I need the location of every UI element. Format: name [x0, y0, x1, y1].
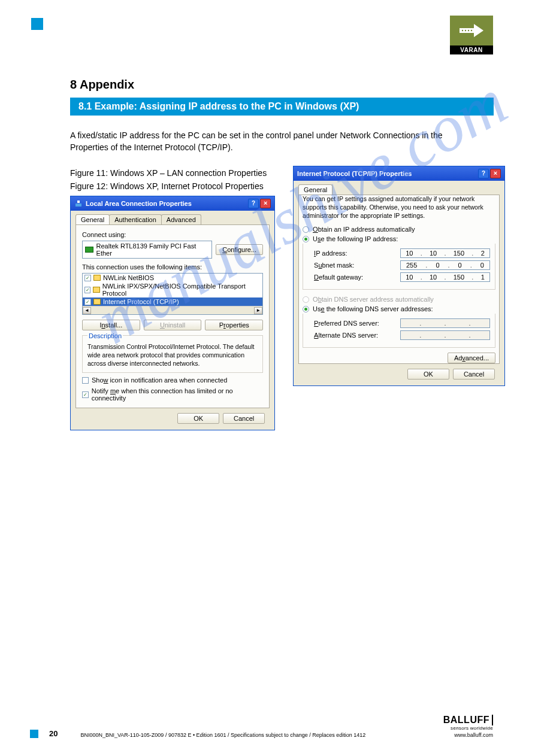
- radio-auto-dns-label: Obtain DNS server address automatically: [313, 296, 434, 303]
- footer-info: BNI000N_BNI_VAR-110-105-Z009 / 907832 E …: [80, 732, 443, 738]
- tab-general[interactable]: General: [75, 214, 110, 224]
- ok-button[interactable]: OK: [407, 369, 449, 379]
- items-listbox[interactable]: ✓NWLink NetBIOS ✓NWLink IPX/SPX/NetBIOS …: [82, 273, 263, 315]
- svg-point-1: [465, 30, 466, 31]
- connect-using-label: Connect using:: [82, 231, 263, 238]
- tab-advanced[interactable]: Advanced: [161, 214, 201, 224]
- help-button[interactable]: ?: [478, 169, 489, 178]
- network-icon: [74, 199, 83, 208]
- radio-auto-dns: [303, 296, 309, 303]
- balluff-url: www.balluff.com: [443, 732, 493, 738]
- install-button[interactable]: Install...: [82, 320, 140, 330]
- footer-accent-square: [30, 730, 38, 738]
- radio-use-ip-label: Use the following IP address:: [313, 235, 398, 242]
- properties-button[interactable]: Properties: [205, 320, 263, 330]
- balluff-logo: BALLUFF: [443, 715, 493, 725]
- scroll-left-arrow[interactable]: ◄: [83, 307, 91, 314]
- protocol-icon: [93, 299, 101, 305]
- tab-general[interactable]: General: [298, 184, 333, 195]
- list-item-selected[interactable]: ✓Internet Protocol (TCP/IP): [83, 297, 262, 306]
- dialog2-title: Internet Protocol (TCP/IP) Properties: [297, 170, 412, 177]
- close-button[interactable]: ×: [490, 169, 501, 178]
- dialog1-title: Local Area Connection Properties: [86, 200, 192, 207]
- ip-address-input[interactable]: 10.10.150.2: [400, 248, 490, 258]
- radio-auto-ip[interactable]: [303, 226, 309, 233]
- ip-address-label: IP address:: [314, 250, 347, 257]
- svg-point-3: [471, 30, 472, 31]
- section-heading: 8 Appendix: [70, 78, 505, 92]
- tcpip-properties-dialog: Internet Protocol (TCP/IP) Properties ? …: [293, 166, 505, 386]
- subsection-bar: 8.1 Example: Assigning IP address to the…: [70, 98, 494, 116]
- description-legend: Description: [87, 332, 123, 339]
- gateway-label: Default gateway:: [314, 274, 363, 281]
- ok-button[interactable]: OK: [177, 413, 219, 424]
- help-button[interactable]: ?: [248, 199, 259, 208]
- cancel-button[interactable]: Cancel: [223, 413, 265, 424]
- show-icon-checkbox[interactable]: [82, 377, 89, 384]
- scroll-right-arrow[interactable]: ►: [254, 307, 262, 314]
- radio-use-dns[interactable]: [303, 306, 309, 312]
- page-number: 20: [49, 729, 58, 738]
- description-groupbox: Description Transmission Control Protoco…: [82, 335, 263, 373]
- notify-label: Notify me when this connection has limit…: [92, 387, 263, 402]
- preferred-dns-label: Preferred DNS server:: [314, 320, 379, 327]
- checkbox-icon[interactable]: ✓: [84, 287, 90, 293]
- lan-connection-properties-dialog: Local Area Connection Properties ? × Gen…: [70, 196, 275, 430]
- tab-authentication[interactable]: Authentication: [109, 214, 162, 224]
- intro-paragraph: A fixed/static IP address for the PC can…: [70, 130, 477, 153]
- svg-point-2: [468, 30, 469, 31]
- close-button[interactable]: ×: [260, 199, 271, 208]
- gateway-input[interactable]: 10.10.150.1: [400, 272, 490, 282]
- page-footer: 20 BNI000N_BNI_VAR-110-105-Z009 / 907832…: [30, 715, 493, 738]
- preferred-dns-input[interactable]: . . .: [400, 318, 490, 328]
- subnet-mask-input[interactable]: 255.0.0.0: [400, 260, 490, 270]
- protocol-icon: [93, 287, 99, 293]
- subnet-mask-label: Subnet mask:: [314, 262, 354, 269]
- dialog2-description: You can get IP settings assigned automat…: [303, 195, 495, 220]
- alternate-dns-label: Alternate DNS server:: [314, 332, 378, 339]
- protocol-icon: [93, 275, 101, 281]
- radio-use-dns-label: Use the following DNS server addresses:: [313, 305, 433, 312]
- items-label: This connection uses the following items…: [82, 263, 263, 271]
- svg-point-0: [462, 30, 463, 31]
- uninstall-button: Uninstall: [144, 320, 202, 330]
- balluff-tagline: sensors worldwide: [443, 725, 493, 731]
- dialog1-titlebar[interactable]: Local Area Connection Properties ? ×: [71, 196, 274, 211]
- list-item[interactable]: ✓NWLink IPX/SPX/NetBIOS Compatible Trans…: [83, 282, 262, 297]
- varan-logo: VARAN: [450, 16, 493, 54]
- radio-auto-ip-label: Obtain an IP address automatically: [313, 226, 415, 233]
- svg-rect-4: [75, 204, 81, 207]
- notify-checkbox[interactable]: ✓: [82, 391, 89, 398]
- svg-rect-5: [77, 201, 80, 203]
- varan-logo-text: VARAN: [450, 45, 493, 54]
- alternate-dns-input[interactable]: . . .: [400, 330, 490, 340]
- cancel-button[interactable]: Cancel: [453, 369, 495, 379]
- nic-icon: [85, 247, 93, 253]
- adapter-name: Realtek RTL8139 Family PCI Fast Ether: [96, 242, 210, 257]
- advanced-button[interactable]: Advanced...: [448, 353, 495, 363]
- arrow-icon: [457, 22, 486, 40]
- show-icon-label: Show icon in notification area when conn…: [92, 377, 227, 384]
- horizontal-scrollbar[interactable]: ◄ ►: [83, 306, 262, 314]
- checkbox-icon[interactable]: ✓: [84, 299, 91, 305]
- page-accent-square: [31, 18, 43, 30]
- configure-button[interactable]: Configure...: [216, 244, 263, 255]
- list-item[interactable]: ✓NWLink NetBIOS: [83, 274, 262, 282]
- radio-use-ip[interactable]: [303, 236, 309, 242]
- checkbox-icon[interactable]: ✓: [84, 275, 91, 281]
- description-body: Transmission Control Protocol/Internet P…: [87, 343, 258, 368]
- dialog2-titlebar[interactable]: Internet Protocol (TCP/IP) Properties ? …: [294, 166, 504, 181]
